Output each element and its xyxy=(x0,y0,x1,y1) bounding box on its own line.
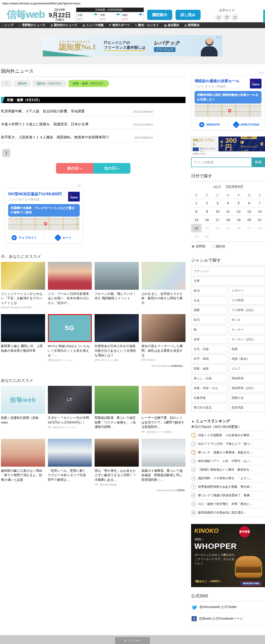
ranking-item[interactable]: 1 須坂ＩＣ北側開発 ３企業進出の事業… xyxy=(191,431,265,440)
reco-thumbnail[interactable] xyxy=(95,314,139,342)
reco-card[interactable]: 信毎web 斜面｜信濃毎日新聞［信毎web］ xyxy=(1,386,45,434)
twitter-label[interactable]: @shinmaiweb 公式Twitter xyxy=(199,605,237,609)
calendar-date[interactable]: 17 xyxy=(212,216,223,224)
reco-title[interactable]: コミュニケーションがとれない「不安」を解消するプロジェクトとは xyxy=(1,292,45,305)
genre-button[interactable]: 暮らし・話題 xyxy=(191,374,227,382)
font-size-large-button[interactable]: 大 xyxy=(232,14,238,20)
calendar-date[interactable]: 24 xyxy=(212,224,223,232)
genre-button[interactable]: 気象情報 xyxy=(191,394,227,402)
facebook-link[interactable]: 信毎web 公式Facebookページ xyxy=(191,613,265,624)
reco-thumbnail[interactable]: 5G xyxy=(48,314,92,342)
calendar-date[interactable]: 2 xyxy=(201,199,212,207)
ad-headline[interactable]: 増税前の最後の決算セール xyxy=(195,79,240,84)
reco-thumbnail[interactable] xyxy=(1,262,45,290)
reco-title[interactable]: 外貨預金が日本人向きの資産分散方法であるという合理的な理由とは？ xyxy=(95,344,139,358)
rank-title[interactable]: 豚コレラで高森の防疫措置終了 養豚… xyxy=(198,493,253,498)
genre-button[interactable]: 主要 xyxy=(191,277,265,285)
genre-button[interactable]: 科学・環境 xyxy=(191,355,227,363)
rank-title[interactable]: 【速報】御嶽海は１１勝目 豪栄道を… xyxy=(198,468,253,472)
directions-button[interactable]: → DIRECTIONS xyxy=(228,119,265,130)
genre-button[interactable]: 医療・健康 xyxy=(191,364,227,373)
calendar-date[interactable]: 4 xyxy=(223,199,233,207)
news-title[interactable]: 乳房再建中断、３千人超 自主回収の影響、学会調査 xyxy=(1,109,85,114)
ranking-item[interactable]: 3 豚コレラ 高森の２養豚場、殺処分を… xyxy=(191,448,265,457)
adchoices-icon[interactable]: ⓘ × xyxy=(191,71,265,75)
calendar-date[interactable]: 3 xyxy=(212,199,223,207)
website-button[interactable]: ⊕ ウェブサイト xyxy=(5,232,44,243)
rank-title[interactable]: 諏訪湖畔、３６団体が踊る 「よさこ… xyxy=(198,476,253,480)
reco-thumbnail[interactable] xyxy=(142,386,186,414)
genre-button[interactable]: ＭＬＢ xyxy=(229,316,265,324)
facebook-label[interactable]: 信毎web 公式Facebookページ xyxy=(199,616,243,621)
breadcrumb-item[interactable]: 国内外 xyxy=(14,80,31,87)
reco-title[interactable]: 県畜産試験場 豚コレラ確定 知事「ワクチン接種を」｜信濃毎日新聞… xyxy=(95,416,139,429)
website-button[interactable]: ⊕ WEBSITE xyxy=(191,119,228,130)
nav-item[interactable]: ▥ 採用案内 xyxy=(184,23,199,27)
genre-button[interactable]: 相撲 xyxy=(229,345,265,353)
pagination-page-1[interactable]: 1 xyxy=(2,149,10,157)
genre-button[interactable]: プロ野球［試合］ xyxy=(229,306,265,314)
reco-card[interactable]: プルーンの種、飛んでいけ！ 佐久 飛距離競うイベント xyxy=(95,262,139,309)
reco-title[interactable]: 斜面｜信濃毎日新聞［信毎web］ xyxy=(1,416,45,424)
rank-title[interactable]: 秋季高校野球県大会あす開幕 県代表… xyxy=(198,485,253,489)
previous-day-button[interactable]: 前の日へ xyxy=(56,163,93,174)
calendar-date[interactable] xyxy=(212,232,223,240)
nav-item[interactable]: ⚐ 長野県のニュース xyxy=(19,23,46,27)
genre-button[interactable]: サッカー［試合］ xyxy=(229,335,265,344)
rank-title[interactable]: 飯田商議所の次期会頭に原氏選出… xyxy=(198,510,247,515)
calendar-date[interactable]: 7 xyxy=(254,199,265,207)
nav-item[interactable]: ✎ 観光・エンタメ xyxy=(135,23,159,27)
breadcrumb-item[interactable]: 国内外（9月21日） xyxy=(33,80,67,87)
directions-button[interactable]: → ルート xyxy=(44,232,83,243)
nav-item[interactable]: ▦ 会社案内 xyxy=(164,23,179,27)
reco-title[interactable]: ミス・ワールド日本代表選考会に出場へ 松本出身の小口さん「自分の… xyxy=(48,292,92,305)
reco-thumbnail[interactable] xyxy=(142,262,186,290)
news-row[interactable]: 今後４年間で１０億人に医療を 国連宣言、日本が主導 9月21日17時05分 xyxy=(1,116,153,129)
reco-thumbnail[interactable] xyxy=(95,439,139,467)
reco-thumbnail[interactable] xyxy=(1,314,45,342)
reco-title[interactable]: 彼女の首をマッサージした瞬間、彼氏はある異変を発見する xyxy=(142,344,186,358)
breadcrumb-home-icon[interactable]: ⌂ xyxy=(1,80,12,87)
ad-card[interactable]: 50V型4K対応液晶TVが69,800円 ノジマ ダイエー草加店 nojima … xyxy=(5,188,83,244)
ranking-item[interactable]: 6 諏訪湖畔、３６団体が踊る 「よさこ… xyxy=(191,474,265,483)
ranking-item[interactable]: 7 秋季高校野球県大会あす開幕 県代表… xyxy=(191,483,265,491)
genre-button[interactable]: スポーツ xyxy=(229,286,265,295)
genre-button[interactable]: プロ野球 xyxy=(229,296,265,304)
site-logo[interactable]: 信毎web xyxy=(7,8,45,21)
rank-title[interactable]: 旬のブドウに行列 千曲などで「祭り… xyxy=(198,442,253,446)
news-row[interactable]: 岩手医大、入院患者１１４人搬送 病院移転、救急車や自衛隊車両で 9月21日9時3… xyxy=(1,129,153,142)
calendar-date[interactable]: 15 xyxy=(191,216,201,224)
nav-item[interactable]: ▤ ニュース特集 xyxy=(83,23,104,27)
calendar-date[interactable]: 26 xyxy=(233,224,244,232)
genre-button[interactable]: サッカー xyxy=(229,326,265,334)
genre-button[interactable]: 地震・津波・火山 xyxy=(191,384,227,392)
news-title[interactable]: 今後４年間で１０億人に医療を 国連宣言、日本が主導 xyxy=(1,122,88,126)
reco-title[interactable]: 豪雨乗り越え 棚田に光 上田 稲倉の保全委が復旧作業 xyxy=(1,344,45,353)
reco-card[interactable]: 高森の２養豚場、豚コレラ感染確認 県畜産試験場と同じ処理場利用｜… xyxy=(142,439,186,486)
reco-title[interactable]: 歯科医の嫁に口臭がない理由「家で１時間で消せるよ」効果が凄いと話題 xyxy=(1,468,45,482)
reco-title[interactable]: レーザー治療不要、顔のシミは自宅でケア。2週間で解決する医薬部外… xyxy=(142,416,186,429)
news-row[interactable]: 乳房再建中断、３千人超 自主回収の影響、学会調査 9月21日19時54分 xyxy=(1,103,153,116)
ad-map[interactable] xyxy=(8,217,80,230)
calendar-date[interactable]: 9 xyxy=(201,207,212,216)
calendar-date[interactable]: 27 xyxy=(244,224,254,232)
calendar-date[interactable] xyxy=(254,232,265,240)
rank-title[interactable]: 豚コレラ 高森の２養豚場、殺処分を… xyxy=(198,450,253,454)
genre-button[interactable]: フラッシュ xyxy=(191,267,265,275)
genre-button[interactable]: 高校野球［試合］ xyxy=(229,384,265,392)
calendar-date[interactable]: 10 xyxy=(212,207,223,216)
calendar-date[interactable]: 1 xyxy=(191,199,201,207)
ranking-item[interactable]: 8 豚コレラで高森の防疫措置終了 養豚… xyxy=(191,491,265,500)
calendar-date[interactable]: 14 xyxy=(254,207,265,216)
calendar-date[interactable]: 19 xyxy=(233,216,244,224)
reco-thumbnail[interactable] xyxy=(48,262,92,290)
calendar-date[interactable] xyxy=(233,232,244,240)
calendar-date[interactable]: 25 xyxy=(223,224,233,232)
ranking-item[interactable]: 9 川上・南牧で低空飛行 米軍「県内に… xyxy=(191,500,265,508)
top-banner-ad[interactable]: ⓘ × フリーランスエージェント 認知度No.1 ITエンジニアの フリーランス… xyxy=(43,35,222,56)
premium-banner[interactable]: 信毎プレミアムを NTTグループカードで お支払いすると 毎月 300円 20ヶ… xyxy=(191,136,265,151)
genre-button[interactable]: 文化・芸能 xyxy=(191,345,227,353)
nav-item[interactable]: ⚑ 信州スポーツ xyxy=(109,23,130,27)
font-size-small-button[interactable]: 小 xyxy=(215,14,222,20)
ad-headline[interactable]: 50V型4K対応液晶TVが69,800円 xyxy=(8,192,62,197)
